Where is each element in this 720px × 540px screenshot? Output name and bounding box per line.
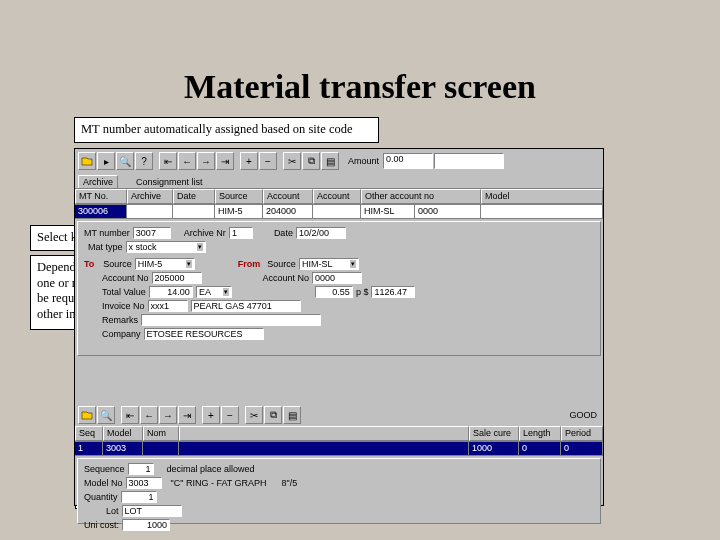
cut-icon[interactable]: ✂ (283, 152, 301, 170)
model-extra: 8"/5 (282, 478, 298, 488)
qty-field[interactable]: 1 (121, 491, 157, 503)
account-label: Account No (102, 273, 149, 283)
total-label: Total Value (102, 287, 146, 297)
cell-account[interactable]: 204000 (263, 204, 313, 219)
pearl-field[interactable]: PEARL GAS 47701 (191, 300, 301, 312)
col-archive[interactable]: Archive (127, 189, 173, 204)
remarks-field[interactable] (141, 314, 321, 326)
col-model[interactable]: Model (481, 189, 603, 204)
open-icon[interactable] (78, 152, 96, 170)
cost-field[interactable]: 1000 (122, 519, 170, 531)
add-icon[interactable]: + (240, 152, 258, 170)
last-icon[interactable]: ⇥ (216, 152, 234, 170)
cell-spacer[interactable] (179, 441, 469, 456)
qty-label: Quantity (84, 492, 118, 502)
source-dropdown[interactable]: HIM-5 (135, 258, 195, 270)
top-grid-header: MT No. Archive Date Source Account Accou… (75, 189, 603, 204)
cell-model[interactable] (481, 204, 603, 219)
link-icon[interactable]: ⧉ (302, 152, 320, 170)
tab-archive[interactable]: Archive (78, 175, 118, 188)
run-icon[interactable]: ▸ (97, 152, 115, 170)
archive-nr-label: Archive Nr (184, 228, 226, 238)
grid-gap (75, 358, 603, 404)
col-source[interactable]: Source (215, 189, 263, 204)
page-title: Material transfer screen (0, 68, 720, 106)
link2-icon[interactable]: ⧉ (264, 406, 282, 424)
col-sale-cure[interactable]: Sale cure (469, 426, 519, 441)
cell-other[interactable]: HIM-SL (361, 204, 415, 219)
sequence-field[interactable]: 1 (128, 463, 154, 475)
open2-icon[interactable] (78, 406, 96, 424)
cell-mt-no[interactable]: 300006 (75, 204, 127, 219)
rate-val-field: 1126.47 (371, 286, 415, 298)
amount-input-2[interactable] (434, 153, 504, 169)
next-icon[interactable]: → (197, 152, 215, 170)
col-length[interactable]: Length (519, 426, 561, 441)
cut2-icon[interactable]: ✂ (245, 406, 263, 424)
tab-bar: Archive Consignment list (75, 173, 603, 189)
currency-dropdown[interactable]: EA (196, 286, 232, 298)
cell-nom[interactable] (143, 441, 179, 456)
search-icon[interactable]: 🔍 (116, 152, 134, 170)
cell-period[interactable]: 0 (561, 441, 603, 456)
last2-icon[interactable]: ⇥ (178, 406, 196, 424)
cell-source[interactable]: HIM-5 (215, 204, 263, 219)
cell-account2[interactable] (313, 204, 361, 219)
col-model2[interactable]: Model (103, 426, 143, 441)
sequence-label: Sequence (84, 464, 125, 474)
app-window: ▸ 🔍 ? ⇤ ← → ⇥ + − ✂ ⧉ ▤ Amount 0.00 Arch… (74, 148, 604, 506)
next2-icon[interactable]: → (159, 406, 177, 424)
col-mt-no[interactable]: MT No. (75, 189, 127, 204)
help-icon[interactable]: ? (135, 152, 153, 170)
col-seq[interactable]: Seq (75, 426, 103, 441)
source2-label: Source (267, 259, 296, 269)
first-icon[interactable]: ⇤ (159, 152, 177, 170)
invoice-label: Invoice No (102, 301, 145, 311)
account2-label: Account No (263, 273, 310, 283)
mt-number-field[interactable]: 3007 (133, 227, 171, 239)
cell-length[interactable]: 0 (519, 441, 561, 456)
invoice-field[interactable]: xxx1 (148, 300, 188, 312)
tab-consignment[interactable]: Consignment list (132, 176, 207, 188)
source2-dropdown[interactable]: HIM-SL (299, 258, 359, 270)
doc-icon[interactable]: ▤ (321, 152, 339, 170)
cell-archive[interactable] (127, 204, 173, 219)
cell-sale-cure[interactable]: 1000 (469, 441, 519, 456)
cell-model2[interactable]: 3003 (103, 441, 143, 456)
remove2-icon[interactable]: − (221, 406, 239, 424)
doc2-icon[interactable]: ▤ (283, 406, 301, 424)
lot-field[interactable]: LOT (122, 505, 182, 517)
prev2-icon[interactable]: ← (140, 406, 158, 424)
cell-seq[interactable]: 1 (75, 441, 103, 456)
date-field[interactable]: 10/2/00 (296, 227, 346, 239)
top-grid-row[interactable]: 300006 HIM-5 204000 HIM-SL 0000 (75, 204, 603, 219)
bot-grid-row[interactable]: 1 3003 1000 0 0 (75, 441, 603, 456)
prev-icon[interactable]: ← (178, 152, 196, 170)
col-date[interactable]: Date (173, 189, 215, 204)
add2-icon[interactable]: + (202, 406, 220, 424)
mat-type-dropdown[interactable]: x stock (126, 241, 206, 253)
cell-date[interactable] (173, 204, 215, 219)
archive-nr-field[interactable]: 1 (229, 227, 253, 239)
account-field[interactable]: 205000 (152, 272, 202, 284)
account2-field[interactable]: 0000 (312, 272, 362, 284)
rate-to-label: p $ (356, 287, 369, 297)
col-other[interactable]: Other account no (361, 189, 481, 204)
sub-details: Sequence 1 decimal place allowed Model N… (77, 458, 601, 524)
company-label: Company (102, 329, 141, 339)
company-field[interactable]: ETOSEE RESOURCES (144, 328, 264, 340)
col-account2[interactable]: Account (313, 189, 361, 204)
cell-other2[interactable]: 0000 (415, 204, 481, 219)
model-no-field[interactable]: 3003 (126, 477, 162, 489)
col-account[interactable]: Account (263, 189, 313, 204)
first2-icon[interactable]: ⇤ (121, 406, 139, 424)
rate-field[interactable]: 0.55 (315, 286, 353, 298)
bottom-toolbar: 🔍 ⇤ ← → ⇥ + − ✂ ⧉ ▤ GOOD (75, 404, 603, 426)
col-period[interactable]: Period (561, 426, 603, 441)
amount-input[interactable]: 0.00 (383, 153, 433, 169)
total-field[interactable]: 14.00 (149, 286, 193, 298)
col-spacer[interactable] (179, 426, 469, 441)
remove-icon[interactable]: − (259, 152, 277, 170)
search2-icon[interactable]: 🔍 (97, 406, 115, 424)
col-nom[interactable]: Nom (143, 426, 179, 441)
